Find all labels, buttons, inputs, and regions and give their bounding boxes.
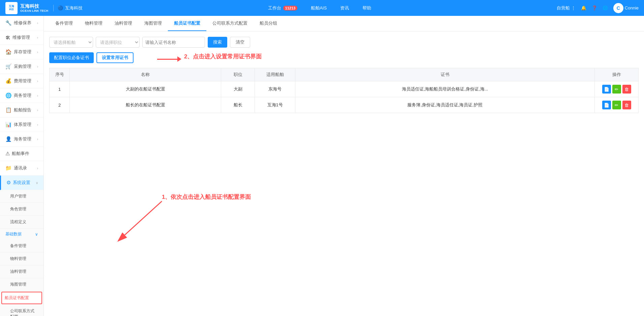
row1-edit-button[interactable]: ✏ xyxy=(612,85,621,94)
sidebar-item-report[interactable]: 📋 船舶报告 › xyxy=(0,103,43,117)
annotation-2: 2、点击进入设置常用证书界面 xyxy=(184,53,262,60)
sidebar-item-maintenance[interactable]: 🔧 维修保养 › xyxy=(0,16,43,30)
user-name: Connie xyxy=(625,5,639,10)
clear-button[interactable]: 清空 xyxy=(230,37,250,48)
chevron-repair-icon: › xyxy=(37,36,38,40)
col-position: 职位 xyxy=(221,68,255,81)
annotation-1-container: 1、依次点击进入船员证书配置界面 xyxy=(121,201,196,242)
brand-name: 互海科技 OCEAN LINK TECH xyxy=(20,3,48,13)
notification-icon[interactable]: 🔔 xyxy=(581,5,586,10)
workbench-label: 工作台 xyxy=(268,5,281,11)
row2-ship: 互海1号 xyxy=(255,97,295,113)
row1-cert: 海员适任证,海船船员培训合格证,身份证,海... xyxy=(295,81,595,97)
submenu-company-contact[interactable]: 公司联系方式配置 xyxy=(0,305,43,316)
col-name: 名称 xyxy=(70,68,221,81)
nav-right: 自营船 ⋮ 🔔 ❓ 🌐 C Connie xyxy=(557,3,639,13)
nav-ais[interactable]: 船舶AIS xyxy=(308,4,329,12)
sidebar-label-purchase: 采购管理 xyxy=(14,63,31,70)
config-common-button[interactable]: 设置常用证书 xyxy=(96,52,134,63)
chevron-system-mgmt-icon: › xyxy=(37,123,38,127)
chevron-purchase-icon: › xyxy=(37,65,38,69)
row1-actions: 📄 ✏ 🗑 xyxy=(595,81,639,97)
sidebar-label-inventory: 库存管理 xyxy=(14,49,31,55)
system-submenu: 用户管理 角色管理 流程定义 基础数据 ∨ 备件管理 物料管理 油料管理 海图管… xyxy=(0,190,43,316)
row1-name: 大副的在船证书配置 xyxy=(70,81,221,97)
incident-icon: ⚠ xyxy=(5,151,10,157)
submenu-charts[interactable]: 海图管理 xyxy=(0,278,43,291)
sidebar-item-sea-affairs[interactable]: 👤 海务管理 › xyxy=(0,132,43,147)
submenu-crew-cert[interactable]: 船员证书配置 xyxy=(1,292,42,304)
tab-crew-group[interactable]: 船员分组 xyxy=(254,16,283,31)
nav-news[interactable]: 资讯 xyxy=(338,4,352,12)
row2-view-button[interactable]: 📄 xyxy=(602,101,611,109)
sidebar-item-business[interactable]: 🌐 商务管理 › xyxy=(0,88,43,103)
top-navigation: 互海 科技 互海科技 OCEAN LINK TECH 🔵 互海科技 工作台 11… xyxy=(0,0,644,16)
col-no: 序号 xyxy=(50,68,70,81)
user-avatar-area[interactable]: C Connie xyxy=(613,3,639,13)
brand-en: OCEAN LINK TECH xyxy=(20,9,48,13)
sidebar-item-expense[interactable]: 💰 费用管理 › xyxy=(0,74,43,88)
inventory-icon: 🏠 xyxy=(5,49,12,55)
sidebar-item-incident[interactable]: ⚠ 船舶事件 xyxy=(0,147,43,161)
cert-search-input[interactable] xyxy=(142,37,205,48)
sidebar-label-system-mgmt: 体系管理 xyxy=(14,122,31,128)
ship-select[interactable]: 请选择船舶 xyxy=(49,37,93,48)
self-ship-icon: ⋮ xyxy=(571,5,576,10)
logo-icon: 互海 科技 xyxy=(5,2,18,14)
row1-delete-button[interactable]: 🗑 xyxy=(622,85,631,94)
chevron-icon: › xyxy=(37,21,38,25)
row2-delete-button[interactable]: 🗑 xyxy=(622,101,631,109)
settings-icon[interactable]: 🌐 xyxy=(603,5,608,10)
purchase-icon: 🛒 xyxy=(5,63,12,70)
chevron-inventory-icon: › xyxy=(37,50,38,54)
nav-workbench[interactable]: 工作台 11213 xyxy=(265,4,300,12)
basic-data-label: 基础数据 xyxy=(5,231,22,237)
table-row: 1 大副的在船证书配置 大副 东海号 海员适任证,海船船员培训合格证,身份证,海… xyxy=(50,81,639,97)
chevron-business-icon: › xyxy=(37,94,38,98)
submenu-workflow[interactable]: 流程定义 xyxy=(0,216,43,229)
config-mandatory-button[interactable]: 配置职位必备证书 xyxy=(49,52,94,63)
tab-crew-cert[interactable]: 船员证书配置 xyxy=(168,16,206,31)
main-layout: 🔧 维修保养 › 🛠 维修管理 › 🏠 库存管理 › 🛒 采购管理 › xyxy=(0,16,644,316)
row2-position: 船长 xyxy=(221,97,255,113)
position-select[interactable]: 请选择职位 xyxy=(96,37,140,48)
sidebar-item-purchase[interactable]: 🛒 采购管理 › xyxy=(0,59,43,74)
row2-edit-button[interactable]: ✏ xyxy=(612,101,621,109)
submenu-materials[interactable]: 物料管理 xyxy=(0,253,43,265)
row1-position: 大副 xyxy=(221,81,255,97)
row2-no: 2 xyxy=(50,97,70,113)
col-cert: 证书 xyxy=(295,68,595,81)
basic-data-header[interactable]: 基础数据 ∨ xyxy=(0,229,43,240)
sidebar-item-inventory[interactable]: 🏠 库存管理 › xyxy=(0,45,43,59)
sidebar: 🔧 维修保养 › 🛠 维修管理 › 🏠 库存管理 › 🛒 采购管理 › xyxy=(0,16,44,316)
tab-charts[interactable]: 海图管理 xyxy=(138,16,168,31)
col-ship: 适用船舶 xyxy=(255,68,295,81)
logo-area: 互海 科技 互海科技 OCEAN LINK TECH xyxy=(5,2,49,14)
submenu-role-mgmt[interactable]: 角色管理 xyxy=(0,203,43,216)
repair-icon: 🛠 xyxy=(5,35,10,41)
sidebar-item-system[interactable]: ⚙ 系统设置 ∨ xyxy=(0,176,43,190)
sidebar-label-expense: 费用管理 xyxy=(14,78,31,84)
row1-view-button[interactable]: 📄 xyxy=(602,85,611,94)
submenu-parts[interactable]: 备件管理 xyxy=(0,240,43,253)
search-button[interactable]: 搜索 xyxy=(208,37,227,48)
sidebar-label-report: 船舶报告 xyxy=(14,107,31,113)
question-icon[interactable]: ❓ xyxy=(592,5,597,10)
submenu-user-mgmt[interactable]: 用户管理 xyxy=(0,190,43,203)
tab-materials[interactable]: 物料管理 xyxy=(79,16,109,31)
main-content: 备件管理 物料管理 油料管理 海图管理 船员证书配置 公司联系方式配置 船员分组… xyxy=(44,16,644,316)
help-label: 帮助 xyxy=(362,5,371,11)
brand-cn: 互海科技 xyxy=(20,3,48,9)
nav-help[interactable]: 帮助 xyxy=(360,4,374,12)
sidebar-item-contacts[interactable]: 📁 通讯录 › xyxy=(0,161,43,176)
self-ship-item[interactable]: 自营船 ⋮ xyxy=(557,5,576,11)
sidebar-label-repair: 维修管理 xyxy=(12,34,30,41)
tab-company-contact[interactable]: 公司联系方式配置 xyxy=(206,16,254,31)
submenu-oil[interactable]: 油料管理 xyxy=(0,265,43,278)
tab-parts[interactable]: 备件管理 xyxy=(49,16,79,31)
system-mgmt-icon: 📊 xyxy=(5,122,12,128)
sidebar-item-repair[interactable]: 🛠 维修管理 › xyxy=(0,30,43,45)
sidebar-label-maintenance: 维修保养 xyxy=(14,20,31,26)
tab-oil[interactable]: 油料管理 xyxy=(109,16,138,31)
sidebar-item-system-mgmt[interactable]: 📊 体系管理 › xyxy=(0,117,43,132)
